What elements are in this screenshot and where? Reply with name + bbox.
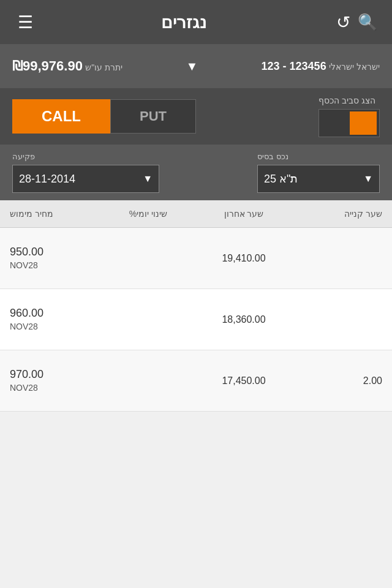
balance-label: יתרת עו"ש	[85, 62, 123, 72]
maturity-dropdown[interactable]: ▼ 28-11-2014	[12, 165, 159, 193]
account-number: 123456 - 123	[262, 60, 326, 72]
put-button[interactable]: PUT	[110, 99, 196, 134]
money-toggle[interactable]	[318, 109, 380, 137]
call-button[interactable]: CALL	[12, 99, 110, 134]
toggle-section: הצג סביב הכסף	[318, 96, 380, 137]
asset-filter: נכס בסיס ▼ ת"א 25	[257, 152, 380, 193]
maturity-dropdown-arrow: ▼	[143, 173, 153, 184]
table-row[interactable]: 2.00 17,450.00 970.00 NOV28	[0, 350, 392, 412]
filter-bar: נכס בסיס ▼ ת"א 25 פקיעה ▼ 28-11-2014	[0, 145, 392, 200]
row2-last-price: 18,360.00	[196, 308, 292, 331]
row1-buy-price	[292, 252, 392, 265]
row2-strike-price: 960.00 NOV28	[0, 300, 100, 339]
row3-last-price: 17,450.00	[196, 369, 292, 393]
search-icon[interactable]: 🔍	[355, 13, 380, 32]
maturity-filter: פקיעה ▼ 28-11-2014	[12, 152, 159, 193]
account-bar: ישראל ישראלי 123456 - 123 ▼ יתרת עו"ש ₪9…	[0, 44, 392, 88]
table-row[interactable]: 19,410.00 950.00 NOV28	[0, 228, 392, 289]
account-info: ישראל ישראלי 123456 - 123	[262, 60, 380, 73]
row1-last-price: 19,410.00	[196, 247, 292, 270]
row3-daily-change	[100, 375, 196, 387]
row3-buy-price: 2.00	[292, 369, 392, 393]
col-buy-price: שער קנייה	[292, 206, 392, 221]
toggle-label: הצג סביב הכסף	[318, 96, 375, 105]
col-last-price: שער אחרון	[196, 206, 292, 221]
row2-daily-change	[100, 314, 196, 326]
row2-buy-price	[292, 314, 392, 326]
asset-label: נכס בסיס	[257, 152, 288, 161]
row1-strike-price: 950.00 NOV28	[0, 238, 100, 278]
data-table: שער קנייה שער אחרון שינוי יומי% מחיר מימ…	[0, 200, 392, 412]
row3-strike-price: 970.00 NOV28	[0, 361, 100, 401]
asset-value: ת"א 25	[264, 172, 298, 186]
page-title: נגזרים	[37, 12, 331, 32]
col-strike-price: מחיר מימוש	[0, 206, 100, 221]
header: 🔍 ↺ נגזרים ☰	[0, 0, 392, 44]
asset-dropdown[interactable]: ▼ ת"א 25	[257, 165, 380, 193]
balance-value: ₪99,976.90	[12, 58, 83, 74]
account-holder-name: ישראל ישראלי	[329, 62, 380, 72]
refresh-icon[interactable]: ↺	[331, 12, 355, 32]
table-row[interactable]: 18,360.00 960.00 NOV28	[0, 289, 392, 350]
col-daily-change: שינוי יומי%	[100, 206, 196, 221]
table-header: שער קנייה שער אחרון שינוי יומי% מחיר מימ…	[0, 200, 392, 228]
asset-dropdown-arrow: ▼	[363, 173, 373, 184]
controls-bar: הצג סביב הכסף PUT CALL	[0, 88, 392, 145]
put-call-group: PUT CALL	[12, 99, 196, 134]
account-balance-section: יתרת עו"ש ₪99,976.90	[12, 58, 123, 74]
account-dropdown-arrow[interactable]: ▼	[186, 59, 198, 74]
maturity-label: פקיעה	[12, 152, 35, 161]
row1-daily-change	[100, 252, 196, 265]
maturity-value: 28-11-2014	[19, 173, 75, 186]
menu-icon[interactable]: ☰	[12, 12, 37, 32]
toggle-indicator	[350, 111, 377, 135]
